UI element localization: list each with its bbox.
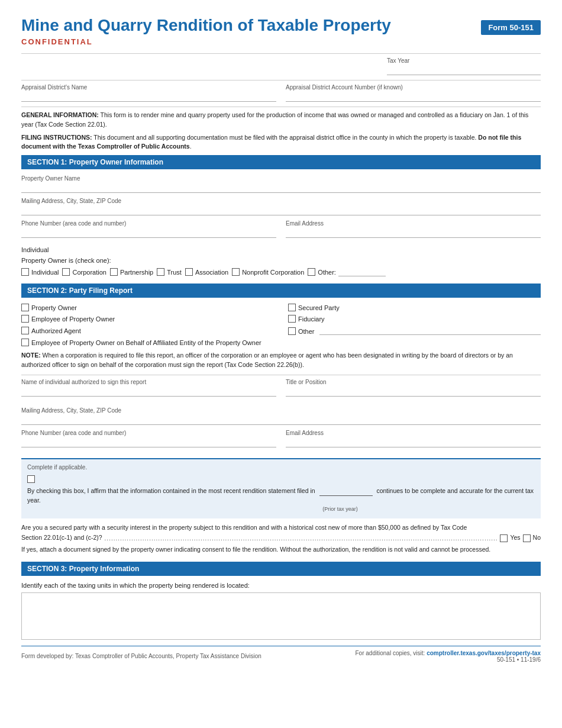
corporation-label: Corporation: [72, 269, 106, 276]
tax-year-label: Tax Year: [387, 57, 541, 64]
authorized-agent-option: Authorized Agent: [31, 327, 81, 334]
form-badge: Form 50-151: [481, 20, 541, 35]
email-label: Email Address: [286, 220, 541, 227]
yes-label: Yes: [510, 533, 520, 543]
nonprofit-label: Nonprofit Corporation: [242, 269, 304, 276]
checkbox-property-owner[interactable]: [21, 304, 29, 311]
general-info: GENERAL INFORMATION: This form is to ren…: [21, 111, 541, 130]
appraisal-district-name-label: Appraisal District's Name: [21, 84, 276, 91]
association-label: Association: [195, 269, 228, 276]
filing-instructions: FILING INSTRUCTIONS: This document and a…: [21, 133, 541, 152]
mailing-address-label: Mailing Address, City, State, ZIP Code: [21, 198, 541, 204]
appraisal-district-name-input[interactable]: [21, 91, 276, 102]
form-version: 50-151 • 11-19/6: [356, 656, 541, 663]
other-party-input[interactable]: [319, 326, 541, 335]
property-owner-is-label: Individual: [21, 246, 541, 253]
checkbox-employee-property-owner[interactable]: [21, 315, 29, 323]
secured-question: Are you a secured party with a security …: [21, 523, 541, 543]
checkbox-authorized-agent[interactable]: [21, 327, 29, 334]
mailing-address2-label: Mailing Address, City, State, ZIP Code: [21, 407, 541, 414]
checkbox-secured-party[interactable]: [288, 304, 296, 311]
note-text: NOTE: When a corporation is required to …: [21, 351, 541, 370]
appraisal-account-label: Appraisal District Account Number (if kn…: [286, 84, 541, 91]
checkbox-nonprofit[interactable]: [232, 268, 240, 276]
footer-link[interactable]: comptroller.texas.gov/taxes/property-tax: [427, 650, 541, 656]
checkbox-no[interactable]: [523, 534, 531, 542]
email2-input[interactable]: [286, 437, 541, 447]
tax-year-input[interactable]: [387, 65, 541, 75]
secured-party-option: Secured Party: [298, 304, 340, 311]
affirmation-text: By checking this box, I affirm that the …: [27, 487, 535, 514]
phone-input[interactable]: [21, 227, 276, 238]
mailing-address-input[interactable]: [21, 205, 541, 215]
individual-label: Individual: [31, 269, 59, 276]
checkbox-corporation[interactable]: [62, 268, 70, 276]
checkbox-other-party[interactable]: [288, 327, 296, 335]
email-input[interactable]: [286, 227, 541, 238]
other-input[interactable]: [338, 268, 386, 276]
fiduciary-option: Fiduciary: [298, 315, 325, 323]
property-owner-name-input[interactable]: [21, 182, 541, 193]
property-owner-name-label: Property Owner Name: [21, 175, 541, 182]
complete-applicable-label: Complete if applicable.: [27, 464, 535, 471]
identify-text: Identify each of the taxing units in whi…: [21, 582, 541, 589]
appraisal-account-input[interactable]: [286, 91, 541, 102]
email2-label: Email Address: [286, 430, 541, 436]
phone2-label: Phone Number (area code and number): [21, 430, 276, 436]
checkbox-individual[interactable]: [21, 268, 29, 276]
footer-right-text: For additional copies, visit: comptrolle…: [356, 650, 541, 656]
other-label: Other:: [318, 269, 336, 276]
section3-header: SECTION 3: Property Information: [21, 562, 541, 576]
checkbox-partnership[interactable]: [110, 268, 118, 276]
other-party-option: Other: [298, 328, 315, 335]
phone-label: Phone Number (area code and number): [21, 220, 276, 227]
confidential-label: CONFIDENTIAL: [21, 37, 541, 46]
checkbox-other[interactable]: [308, 268, 315, 276]
property-owner-check-label: Property Owner is (check one):: [21, 257, 541, 264]
section1-header: SECTION 1: Property Owner Information: [21, 155, 541, 169]
checkbox-trust[interactable]: [157, 268, 164, 276]
dots: ........................................…: [105, 534, 498, 543]
taxing-units-area[interactable]: [21, 592, 541, 640]
phone2-input[interactable]: [21, 437, 276, 447]
trust-label: Trust: [167, 269, 182, 276]
name-authorized-input[interactable]: [21, 386, 276, 397]
title-position-label: Title or Position: [286, 379, 541, 385]
checkbox-fiduciary[interactable]: [288, 315, 296, 323]
title-position-input[interactable]: [286, 386, 541, 397]
no-label: No: [533, 533, 541, 543]
employee-affiliated-option: Employee of Property Owner on Behalf of …: [31, 339, 261, 346]
page-title: Mine and Quarry Rendition of Taxable Pro…: [21, 17, 391, 35]
checkbox-association[interactable]: [185, 268, 193, 276]
checkbox-employee-affiliated[interactable]: [21, 339, 29, 346]
partnership-label: Partnership: [120, 269, 153, 276]
property-owner-option: Property Owner: [31, 304, 77, 311]
if-yes-text: If yes, attach a document signed by the …: [21, 545, 541, 555]
checkbox-yes[interactable]: [500, 534, 508, 542]
name-authorized-label: Name of individual authorized to sign th…: [21, 379, 276, 385]
employee-property-owner-option: Employee of Property Owner: [31, 315, 115, 323]
mailing-address2-input[interactable]: [21, 414, 541, 425]
checkbox-affirmation[interactable]: [27, 475, 35, 483]
section2-header: SECTION 2: Party Filing Report: [21, 284, 541, 298]
footer-left: Form developed by: Texas Comptroller of …: [21, 653, 261, 659]
prior-year-blank[interactable]: [319, 487, 373, 497]
